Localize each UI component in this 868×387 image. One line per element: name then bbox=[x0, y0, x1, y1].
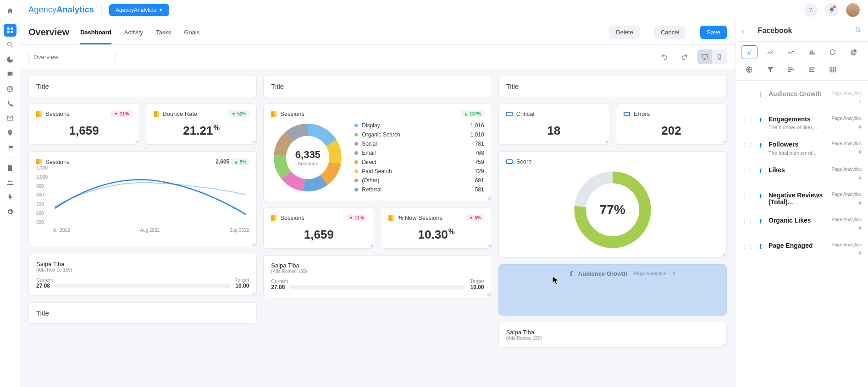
svg-point-6 bbox=[9, 87, 11, 90]
svg-rect-36 bbox=[809, 71, 814, 72]
help-icon[interactable]: ? bbox=[804, 3, 818, 17]
left-rail bbox=[0, 0, 20, 387]
analytics-icon bbox=[271, 215, 276, 221]
rail-home-icon[interactable] bbox=[4, 5, 17, 17]
widget-item[interactable]: ⋮⋮fPage EngagedPage Analytics# bbox=[735, 237, 868, 262]
chip-sbar-icon[interactable] bbox=[804, 63, 820, 76]
tab-tasks[interactable]: Tasks bbox=[156, 20, 171, 44]
rail-plug-icon[interactable] bbox=[4, 191, 17, 204]
panel-type-filter: # bbox=[735, 41, 868, 80]
rail-search-icon[interactable] bbox=[4, 38, 17, 51]
svg-rect-1 bbox=[11, 27, 13, 30]
widget-item[interactable]: ⋮⋮fAudience GrowthPage Analytics# bbox=[735, 85, 868, 110]
dashboard-name-input[interactable] bbox=[28, 50, 116, 64]
rail-pin-icon[interactable] bbox=[4, 126, 17, 139]
tab-dashboard[interactable]: Dashboard bbox=[80, 20, 111, 44]
facebook-icon: f bbox=[757, 142, 764, 149]
widget-item[interactable]: ⋮⋮fNegative Reviews (Total)...Page Analy… bbox=[735, 186, 868, 212]
rail-analytics-icon[interactable] bbox=[4, 53, 17, 66]
delta-badge: ▼ 52% bbox=[228, 110, 249, 117]
section-title-2[interactable]: Title bbox=[263, 76, 492, 97]
workspace-selector[interactable]: AgencyAnalytics▼ bbox=[109, 4, 169, 16]
rail-target-icon[interactable] bbox=[4, 82, 17, 95]
undo-icon[interactable] bbox=[657, 49, 672, 64]
svg-point-29 bbox=[830, 50, 835, 55]
chip-circle-icon[interactable] bbox=[824, 45, 841, 59]
svg-rect-33 bbox=[788, 71, 791, 72]
svg-rect-12 bbox=[702, 55, 708, 58]
chip-hbar-icon[interactable] bbox=[783, 63, 799, 76]
notification-icon[interactable] bbox=[825, 3, 839, 17]
cancel-button[interactable]: Cancel bbox=[654, 26, 686, 39]
widget-item[interactable]: ⋮⋮fLikesPage Analytics# bbox=[735, 161, 868, 186]
progress-bar bbox=[55, 283, 231, 288]
svg-rect-37 bbox=[830, 67, 835, 72]
tab-activity[interactable]: Activity bbox=[124, 20, 143, 44]
errors-card[interactable]: Errors 202 bbox=[616, 104, 727, 145]
svg-point-10 bbox=[8, 180, 10, 182]
tab-goals[interactable]: Goals bbox=[184, 20, 199, 44]
facebook-icon: f bbox=[757, 91, 764, 99]
chip-stat-icon[interactable]: # bbox=[741, 45, 757, 59]
rail-settings-icon[interactable] bbox=[4, 206, 17, 218]
page-header: Overview Dashboard Activity Tasks Goals … bbox=[20, 20, 735, 45]
chip-bar-icon[interactable] bbox=[804, 45, 820, 59]
progress-card-2[interactable]: Saipa Tiba (Alfa Romeo 159) CurrentTarge… bbox=[263, 255, 492, 297]
desktop-view-icon[interactable] bbox=[697, 49, 712, 64]
brand-logo[interactable]: AgencyAnalytics bbox=[28, 5, 94, 15]
toolbar bbox=[20, 45, 735, 69]
delta-badge: ▼ 11% bbox=[111, 110, 132, 117]
chip-funnel-icon[interactable] bbox=[762, 63, 779, 76]
facebook-icon: f bbox=[757, 167, 764, 175]
new-sessions-card[interactable]: % New Sessions ▼ 5% 10.30% bbox=[381, 207, 492, 249]
widget-item[interactable]: ⋮⋮fEngagementsThe number of likes,...Pag… bbox=[735, 110, 868, 136]
section-title-bottom-1[interactable]: Title bbox=[28, 302, 257, 324]
facebook-icon: f bbox=[568, 270, 575, 278]
svg-rect-34 bbox=[809, 67, 815, 68]
bottom-item-card[interactable]: Saipa Tiba (Alfa Romeo 159) bbox=[498, 322, 727, 348]
svg-point-11 bbox=[10, 180, 12, 182]
chip-pie-icon[interactable] bbox=[846, 45, 862, 59]
svg-point-5 bbox=[7, 86, 13, 92]
svg-point-7 bbox=[9, 131, 11, 133]
score-card[interactable]: Score 77% bbox=[498, 151, 727, 258]
site-check-icon bbox=[624, 112, 630, 116]
svg-rect-35 bbox=[809, 69, 813, 70]
section-title-1[interactable]: Title bbox=[28, 76, 257, 97]
rail-users-icon[interactable] bbox=[4, 176, 17, 189]
sessions-stat-card[interactable]: Sessions ▼ 11% 1,659 bbox=[28, 104, 139, 145]
score-gauge: 77% bbox=[571, 169, 654, 251]
progress-card-1[interactable]: Saipa Tiba (Alfa Romeo 159) CurrentTarge… bbox=[28, 254, 257, 296]
chip-smooth-icon[interactable] bbox=[783, 45, 799, 59]
bounce-rate-card[interactable]: Bounce Rate ▼ 52% 21.21% bbox=[146, 104, 257, 145]
rail-chat-icon[interactable] bbox=[4, 68, 17, 81]
chip-line-icon[interactable] bbox=[762, 45, 779, 59]
svg-rect-28 bbox=[813, 53, 814, 55]
grip-icon: ⋮⋮ bbox=[742, 168, 753, 174]
rail-cart-icon[interactable] bbox=[4, 141, 17, 154]
rail-dashboard-icon[interactable] bbox=[4, 24, 17, 37]
panel-title: Facebook bbox=[758, 27, 850, 35]
panel-search-icon[interactable] bbox=[855, 27, 862, 35]
widget-item[interactable]: ⋮⋮fOrganic LikesPage Analytics# bbox=[735, 212, 868, 237]
save-button[interactable]: Save bbox=[700, 26, 727, 39]
sessions-stat-card-2[interactable]: Sessions ▼ 11% 1,659 bbox=[263, 207, 374, 249]
chip-globe-icon[interactable] bbox=[741, 63, 757, 76]
rail-mail-icon[interactable] bbox=[4, 112, 17, 125]
site-check-icon bbox=[506, 159, 513, 164]
sessions-donut-card[interactable]: Sessions ▲ 137% bbox=[263, 104, 492, 201]
user-avatar[interactable] bbox=[846, 3, 860, 17]
widget-drop-ghost[interactable]: ⋮⋮ f Audience Growth Page Analytics # bbox=[498, 264, 727, 316]
sessions-line-chart-card[interactable]: Sessions 2,605 ▲ 9% 1,1001,0009008007006… bbox=[28, 151, 257, 247]
panel-back-icon[interactable]: ‹ bbox=[742, 27, 744, 34]
critical-card[interactable]: Critical 18 bbox=[498, 104, 609, 145]
rail-phone-icon[interactable] bbox=[4, 97, 17, 110]
rail-doc-icon[interactable] bbox=[4, 162, 17, 174]
chip-table-icon[interactable] bbox=[824, 63, 841, 76]
redo-icon[interactable] bbox=[677, 49, 692, 64]
analytics-icon bbox=[36, 159, 42, 164]
mobile-view-icon[interactable] bbox=[712, 49, 727, 64]
widget-item[interactable]: ⋮⋮fFollowersThe total number of...Page A… bbox=[735, 136, 868, 161]
delete-button[interactable]: Delete bbox=[609, 26, 640, 39]
section-title-3[interactable]: Title bbox=[498, 76, 727, 97]
